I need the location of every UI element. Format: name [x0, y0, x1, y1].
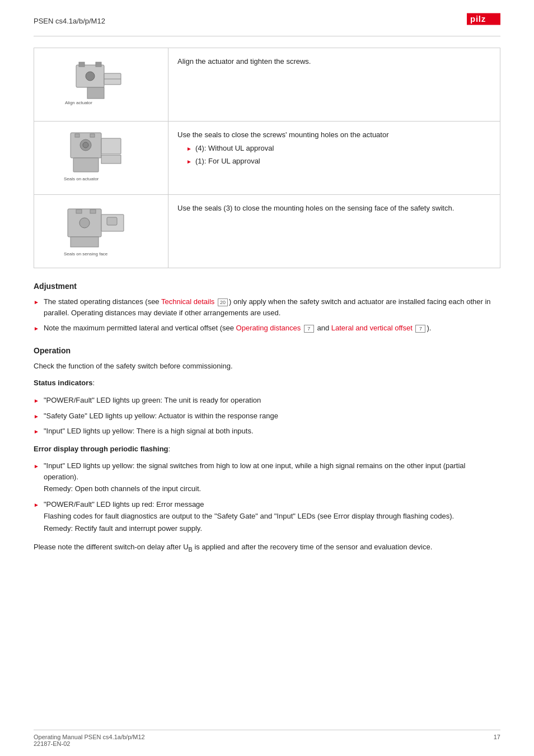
device-image-1: Align actuator — [57, 54, 146, 115]
status-item-2: ► "Safety Gate" LED lights up yellow: Ac… — [34, 410, 500, 422]
operation-intro: Check the function of the safety switch … — [34, 361, 500, 372]
bullet-arrow-2: ► — [34, 324, 39, 333]
table-text-cell-3: Use the seals (3) to close the mounting … — [168, 195, 500, 268]
adjustment-section: Adjustment ► The stated operating distan… — [34, 282, 500, 334]
table-image-cell-1: Align actuator — [34, 48, 168, 122]
note-text-after: is applied and after the recovery time o… — [193, 543, 433, 551]
footer-left: Operating Manual PSEN cs4.1a/b/p/M12 221… — [34, 734, 145, 747]
error-list: ► "Input" LED lights up yellow: the sign… — [34, 460, 500, 534]
error-arrow-2: ► — [34, 501, 39, 509]
operation-section: Operation Check the function of the safe… — [34, 346, 500, 555]
error-remedy-2: Remedy: Rectify fault and interrupt powe… — [44, 524, 202, 533]
sub-bullet-arrow-1: ► — [186, 144, 192, 153]
table-image-cell-2: Seals on actuator — [34, 122, 168, 195]
page-icon-20: 20 — [218, 298, 228, 306]
svg-rect-15 — [101, 155, 121, 164]
status-arrow-2: ► — [34, 412, 39, 421]
page-footer: Operating Manual PSEN cs4.1a/b/p/M12 221… — [34, 730, 500, 747]
svg-rect-16 — [75, 134, 79, 137]
adjustment-list: ► The stated operating distances (see Te… — [34, 296, 500, 334]
svg-point-6 — [86, 72, 95, 81]
table-text-cell-2: Use the seals to close the screws' mount… — [168, 122, 500, 195]
status-label: Status indicators — [34, 379, 92, 387]
table-text-cell-1: Align the actuator and tighten the screw… — [168, 48, 500, 122]
status-item-3: ► "Input" LED lights up yellow: There is… — [34, 426, 500, 437]
bullet-arrow-1: ► — [34, 298, 39, 306]
svg-rect-25 — [107, 217, 117, 225]
status-item-1: ► "POWER/Fault" LED lights up green: The… — [34, 395, 500, 406]
operation-title: Operation — [34, 346, 500, 355]
footer-manual-title: Operating Manual PSEN cs4.1a/b/p/M12 — [34, 734, 145, 740]
svg-rect-11 — [73, 158, 99, 172]
page-icon-7b: 7 — [415, 325, 425, 333]
svg-point-22 — [79, 218, 90, 228]
table-bullet-2: ► (1): For UL approval — [186, 156, 491, 167]
adjustment-text-2: Note the maximum permitted lateral and v… — [44, 323, 431, 334]
device-image-3: Seals on sensing face — [57, 200, 146, 262]
svg-rect-3 — [87, 87, 104, 99]
svg-point-13 — [83, 142, 88, 148]
status-arrow-1: ► — [34, 396, 39, 405]
error-text-1-main: "Input" LED lights up yellow: the signal… — [44, 460, 500, 482]
sub-bullet-arrow-2: ► — [186, 157, 192, 166]
table-image-cell-3: Seals on sensing face — [34, 195, 168, 268]
error-remedy-1: Remedy: Open both channels of the input … — [44, 484, 201, 493]
footer-page-number: 17 — [494, 734, 500, 747]
adjustment-item-2: ► Note the maximum permitted lateral and… — [34, 323, 500, 334]
lateral-vertical-link[interactable]: Lateral and vertical offset — [331, 324, 413, 332]
page-header-title: PSEN cs4.1a/b/p/M12 — [34, 17, 105, 25]
status-text-3: "Input" LED lights up yellow: There is a… — [44, 426, 254, 437]
status-text-1: "POWER/Fault" LED lights up green: The u… — [44, 395, 261, 406]
adjustment-item-1: ► The stated operating distances (see Te… — [34, 296, 500, 318]
page-header: PSEN cs4.1a/b/p/M12 pilz — [34, 11, 500, 36]
note-para: Please note the different switch-on dela… — [34, 542, 500, 554]
svg-rect-17 — [90, 134, 95, 137]
error-sub1: Flashing codes for fault diagnostics are… — [44, 512, 454, 520]
svg-text:pilz: pilz — [470, 14, 486, 24]
error-label: Error display through periodic flashing — [34, 445, 168, 453]
svg-rect-24 — [90, 209, 96, 213]
svg-rect-4 — [79, 62, 85, 67]
error-text-2-main: "POWER/Fault" LED lights up red: Error m… — [44, 499, 204, 510]
svg-rect-14 — [101, 138, 121, 154]
svg-rect-21 — [71, 237, 99, 247]
error-item-2: ► "POWER/Fault" LED lights up red: Error… — [34, 499, 500, 534]
note-sub: B — [189, 546, 193, 553]
device-sketch-3: Seals on sensing face — [59, 200, 143, 262]
table-bullet-1: ► (4): Without UL approval — [186, 143, 491, 154]
svg-text:Align actuator: Align actuator — [65, 100, 92, 105]
device-sketch-1: Align actuator — [59, 57, 143, 113]
svg-text:Seals on actuator: Seals on actuator — [64, 176, 99, 181]
page: PSEN cs4.1a/b/p/M12 pilz — [0, 0, 534, 756]
svg-rect-23 — [76, 209, 82, 213]
table-row: Seals on sensing face Use the seals (3) … — [34, 195, 500, 268]
status-text-2: "Safety Gate" LED lights up yellow: Actu… — [44, 410, 278, 422]
svg-rect-5 — [96, 62, 101, 67]
table-row: Seals on actuator Use the seals to close… — [34, 122, 500, 195]
error-item-1: ► "Input" LED lights up yellow: the sign… — [34, 460, 500, 494]
tech-details-link[interactable]: Technical details — [161, 297, 214, 306]
svg-text:Seals on sensing face: Seals on sensing face — [64, 251, 108, 256]
table-text-2-main: Use the seals to close the screws' mount… — [177, 129, 491, 141]
adjustment-title: Adjustment — [34, 282, 500, 291]
error-arrow-1: ► — [34, 462, 39, 470]
device-sketch-2: Seals on actuator — [59, 127, 143, 189]
device-image-2: Seals on actuator — [57, 127, 146, 189]
page-icon-7a: 7 — [304, 325, 314, 333]
table-text-3: Use the seals (3) to close the mounting … — [177, 204, 454, 212]
table-row: Align actuator Align the actuator and ti… — [34, 48, 500, 122]
instruction-table: Align actuator Align the actuator and ti… — [34, 48, 500, 268]
operating-distances-link[interactable]: Operating distances — [236, 324, 301, 332]
error-label-para: Error display through periodic flashing: — [34, 444, 500, 455]
note-text-before: Please note the different switch-on dela… — [34, 543, 189, 551]
pilz-logo: pilz — [467, 11, 500, 30]
table-text-1: Align the actuator and tighten the screw… — [177, 57, 311, 66]
adjustment-text-1: The stated operating distances (see Tech… — [44, 296, 500, 318]
status-list: ► "POWER/Fault" LED lights up green: The… — [34, 395, 500, 437]
status-arrow-3: ► — [34, 427, 39, 436]
footer-doc-number: 22187-EN-02 — [34, 740, 145, 747]
status-label-para: Status indicators: — [34, 377, 500, 389]
